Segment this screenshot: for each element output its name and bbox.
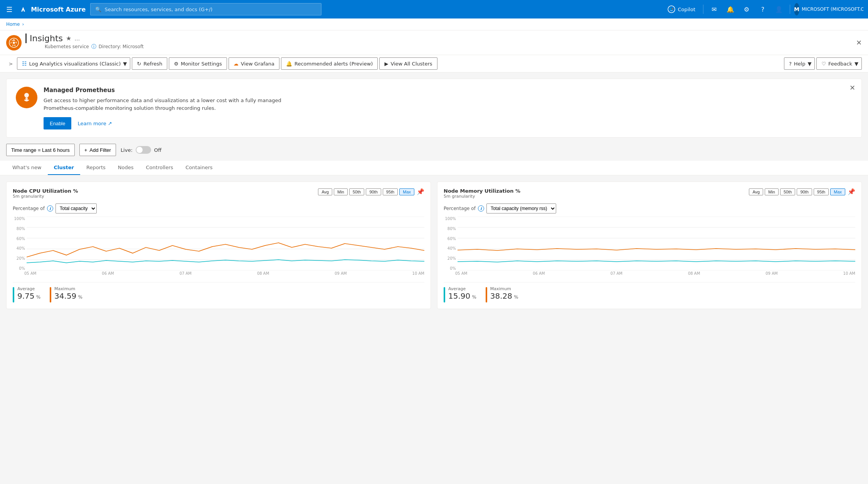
tabs-row: What's new Cluster Reports Nodes Control… bbox=[0, 161, 868, 175]
home-link[interactable]: Home bbox=[6, 22, 20, 27]
mail-icon-button[interactable]: ✉ bbox=[707, 2, 721, 16]
tab-nodes[interactable]: Nodes bbox=[112, 161, 140, 175]
add-filter-button[interactable]: + Add Filter bbox=[79, 144, 116, 156]
memory-pin-icon[interactable]: 📌 bbox=[848, 188, 855, 195]
memory-chart-title-group: Node Memory Utilization % 5m granularity bbox=[444, 188, 520, 202]
memory-min-button[interactable]: Min bbox=[765, 188, 779, 195]
monitor-settings-icon: ⚙ bbox=[174, 61, 178, 67]
memory-percentage-row: Percentage of i Total capacity (memory r… bbox=[444, 203, 855, 213]
help-dropdown-icon: ▼ bbox=[807, 61, 811, 67]
learn-more-link[interactable]: Learn more ↗ bbox=[77, 121, 112, 126]
help-label: Help bbox=[794, 61, 806, 67]
tab-containers[interactable]: Containers bbox=[179, 161, 219, 175]
cpu-avg-legend-color bbox=[13, 287, 14, 302]
memory-50th-button[interactable]: 50th bbox=[780, 188, 795, 195]
enable-button[interactable]: Enable bbox=[44, 117, 71, 129]
toolbar: > ☷ Log Analytics visualizations (Classi… bbox=[0, 55, 868, 72]
cpu-chart-controls: Avg Min 50th 90th 95th Max bbox=[318, 188, 414, 195]
memory-95th-button[interactable]: 95th bbox=[814, 188, 829, 195]
avatar: M bbox=[794, 3, 799, 15]
view-all-clusters-button[interactable]: ▶ View All Clusters bbox=[379, 57, 437, 70]
feedback-icon-button[interactable]: 👤 bbox=[772, 2, 786, 16]
cpu-max-button[interactable]: Max bbox=[399, 188, 414, 195]
azure-logo-text: Microsoft Azure bbox=[31, 6, 86, 13]
banner-close-button[interactable]: ✕ bbox=[849, 84, 855, 92]
nav-right-section: Copilot ✉ 🔔 ⚙ ? 👤 M MICROSOFT (MICROSOFT… bbox=[664, 2, 863, 16]
feedback-icon: ♡ bbox=[821, 61, 826, 67]
cpu-info-icon[interactable]: i bbox=[47, 205, 53, 212]
banner-actions: Enable Learn more ↗ bbox=[44, 117, 852, 129]
tab-whats-new[interactable]: What's new bbox=[6, 161, 48, 175]
cpu-max-legend: Maximum 34.59 % bbox=[50, 286, 82, 302]
settings-icon-button[interactable]: ⚙ bbox=[740, 2, 754, 16]
monitor-settings-button[interactable]: ⚙ Monitor Settings bbox=[169, 57, 227, 70]
search-placeholder: Search resources, services, and docs (G+… bbox=[104, 7, 212, 12]
view-grafana-label: View Grafana bbox=[241, 61, 274, 67]
svg-marker-7 bbox=[15, 41, 18, 44]
cpu-chart-svg bbox=[27, 217, 424, 271]
memory-chart-card: Node Memory Utilization % 5m granularity… bbox=[437, 182, 862, 309]
feedback-button[interactable]: ♡ Feedback ▼ bbox=[816, 57, 862, 70]
service-icon bbox=[6, 35, 22, 50]
cpu-50th-button[interactable]: 50th bbox=[349, 188, 364, 195]
alerts-icon: 🔔 bbox=[286, 61, 292, 67]
notifications-icon-button[interactable]: 🔔 bbox=[723, 2, 737, 16]
memory-avg-button[interactable]: Avg bbox=[749, 188, 763, 195]
cpu-avg-button[interactable]: Avg bbox=[318, 188, 332, 195]
live-toggle-switch[interactable] bbox=[136, 146, 151, 154]
view-selector[interactable]: ☷ Log Analytics visualizations (Classic)… bbox=[17, 57, 130, 70]
memory-chart-controls: Avg Min 50th 90th 95th Max bbox=[749, 188, 845, 195]
refresh-label: Refresh bbox=[143, 61, 162, 67]
grafana-icon: ☁ bbox=[234, 61, 239, 67]
view-grafana-button[interactable]: ☁ View Grafana bbox=[229, 57, 279, 70]
memory-chart-svg bbox=[458, 217, 855, 271]
cpu-min-button[interactable]: Min bbox=[334, 188, 348, 195]
cpu-pin-icon[interactable]: 📌 bbox=[417, 188, 424, 195]
cpu-percentage-select[interactable]: Total capacity bbox=[56, 203, 97, 213]
nav-divider-2 bbox=[790, 5, 790, 14]
more-options-icon[interactable]: … bbox=[74, 35, 80, 42]
recommended-alerts-button[interactable]: 🔔 Recommended alerts (Preview) bbox=[281, 57, 378, 70]
time-range-filter[interactable]: Time range = Last 6 hours bbox=[6, 144, 75, 156]
live-label: Live: bbox=[121, 147, 133, 153]
help-icon-button[interactable]: ? bbox=[756, 2, 770, 16]
top-navigation: ☰ Microsoft Azure 🔍 Search resources, se… bbox=[0, 0, 868, 18]
view-icon: ☷ bbox=[22, 61, 27, 67]
info-icon[interactable]: ⓘ bbox=[91, 43, 96, 50]
memory-max-legend-text: Maximum 38.28 % bbox=[490, 286, 518, 301]
hamburger-menu[interactable]: ☰ bbox=[5, 4, 14, 15]
cpu-chart-card: Node CPU Utilization % 5m granularity Av… bbox=[6, 182, 431, 309]
view-dropdown-icon: ▼ bbox=[123, 61, 127, 67]
close-button[interactable]: ✕ bbox=[856, 39, 862, 47]
tab-controllers[interactable]: Controllers bbox=[140, 161, 180, 175]
expand-icon[interactable]: > bbox=[6, 59, 15, 68]
memory-avg-legend-text: Average 15.90 % bbox=[448, 286, 476, 301]
memory-max-legend-color bbox=[486, 287, 487, 302]
memory-percentage-select[interactable]: Total capacity (memory rss) bbox=[486, 203, 556, 213]
managed-prometheus-banner: Managed Prometheus Get access to higher … bbox=[6, 79, 862, 138]
svg-marker-9 bbox=[12, 44, 14, 47]
tab-cluster[interactable]: Cluster bbox=[48, 161, 80, 175]
cpu-95th-button[interactable]: 95th bbox=[383, 188, 398, 195]
memory-max-value-row: 38.28 % bbox=[490, 291, 518, 301]
refresh-button[interactable]: ↻ Refresh bbox=[132, 57, 167, 70]
azure-logo-icon bbox=[19, 5, 28, 14]
cpu-avg-value-row: 9.75 % bbox=[17, 291, 40, 301]
breadcrumb: Home › bbox=[0, 18, 868, 30]
account-button[interactable]: M MICROSOFT (MICROSOFT.ONMI...) bbox=[794, 3, 863, 15]
memory-max-button[interactable]: Max bbox=[830, 188, 845, 195]
cpu-chart-area: 100% 80% 60% 40% 20% 0% bbox=[13, 217, 424, 278]
cpu-90th-button[interactable]: 90th bbox=[366, 188, 381, 195]
service-name: Kubernetes service bbox=[45, 44, 89, 49]
memory-info-icon[interactable]: i bbox=[478, 205, 484, 212]
favorite-icon[interactable]: ★ bbox=[66, 35, 71, 42]
copilot-button[interactable]: Copilot bbox=[664, 4, 699, 15]
breadcrumb-separator: › bbox=[22, 22, 24, 27]
help-button[interactable]: ? Help ▼ bbox=[784, 57, 815, 70]
memory-90th-button[interactable]: 90th bbox=[797, 188, 812, 195]
global-search[interactable]: 🔍 Search resources, services, and docs (… bbox=[90, 3, 321, 15]
tab-reports[interactable]: Reports bbox=[80, 161, 112, 175]
svg-marker-8 bbox=[14, 44, 15, 47]
cpu-max-value-row: 34.59 % bbox=[54, 291, 82, 301]
azure-logo: Microsoft Azure bbox=[19, 5, 86, 14]
